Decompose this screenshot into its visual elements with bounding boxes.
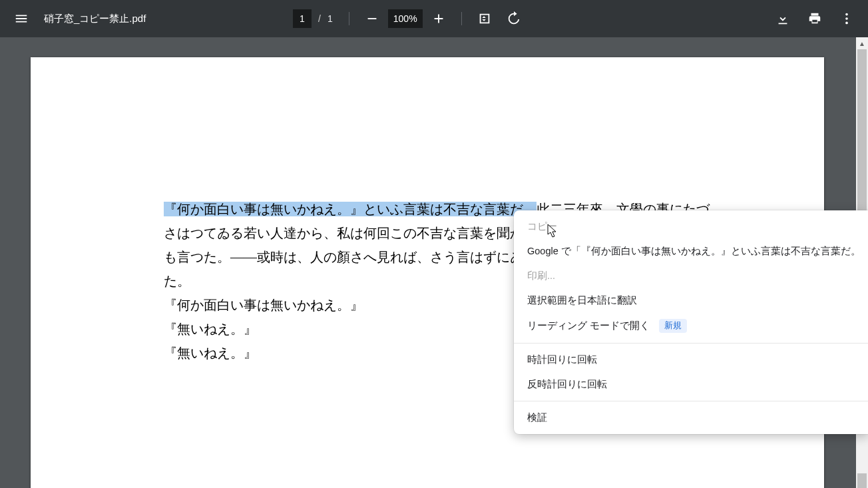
selected-text[interactable]: 『何か面白い事は無いかねえ。』といふ言葉は不吉な言葉だ。 xyxy=(164,202,537,216)
more-button[interactable] xyxy=(833,5,860,32)
download-button[interactable] xyxy=(769,5,796,32)
new-badge: 新規 xyxy=(659,319,687,333)
plus-icon xyxy=(431,11,446,26)
svg-point-2 xyxy=(845,22,848,25)
ctx-reading-mode[interactable]: リーディング モードで開く 新規 xyxy=(514,313,868,339)
ctx-search-google[interactable]: Google で「『何か面白い事は無いかねえ。』といふ言葉は不吉な言葉だ。 xyxy=(514,239,868,264)
page-number-input[interactable] xyxy=(293,9,312,28)
ctx-rotate-cw-label: 時計回りに回転 xyxy=(527,354,597,366)
context-menu: コピー Google で「『何か面白い事は無いかねえ。』といふ言葉は不吉な言葉だ… xyxy=(514,210,868,434)
download-icon xyxy=(775,11,790,26)
menu-button[interactable] xyxy=(8,5,35,32)
ctx-rotate-cw[interactable]: 時計回りに回転 xyxy=(514,348,868,372)
more-vert-icon xyxy=(839,11,854,26)
ctx-search-label: Google で「『何か面白い事は無いかねえ。』といふ言葉は不吉な言葉だ。 xyxy=(527,245,861,258)
hamburger-icon xyxy=(14,11,29,26)
ctx-translate[interactable]: 選択範囲を日本語に翻訳 xyxy=(514,288,868,313)
menu-separator xyxy=(514,401,868,401)
menu-separator xyxy=(514,343,868,344)
scroll-thumb-bottom[interactable] xyxy=(857,473,867,488)
ctx-inspect[interactable]: 検証 xyxy=(514,405,868,430)
ctx-copy-label: コピー xyxy=(527,220,557,233)
toolbar-right xyxy=(769,5,860,32)
ctx-reading-label: リーディング モードで開く xyxy=(527,320,650,332)
toolbar-center: / 1 xyxy=(293,0,527,37)
minus-icon xyxy=(365,11,379,26)
print-button[interactable] xyxy=(801,5,828,32)
zoom-input[interactable] xyxy=(388,9,423,28)
svg-point-1 xyxy=(845,17,848,20)
print-icon xyxy=(807,11,822,26)
divider xyxy=(349,12,349,25)
page-total: 1 xyxy=(327,13,333,24)
zoom-out-button[interactable] xyxy=(359,5,385,32)
scroll-up-button[interactable]: ▲ xyxy=(856,37,868,49)
rotate-button[interactable] xyxy=(501,5,527,32)
fit-page-button[interactable] xyxy=(471,5,498,32)
pdf-toolbar: 硝子窓_コピー禁止.pdf / 1 xyxy=(0,0,868,37)
svg-point-0 xyxy=(845,13,848,16)
ctx-print[interactable]: 印刷... xyxy=(514,264,868,288)
ctx-print-label: 印刷... xyxy=(527,270,555,282)
ctx-rotate-ccw[interactable]: 反時計回りに回転 xyxy=(514,372,868,397)
ctx-inspect-label: 検証 xyxy=(527,411,547,424)
zoom-in-button[interactable] xyxy=(425,5,452,32)
page-separator: / xyxy=(318,13,321,24)
document-title: 硝子窓_コピー禁止.pdf xyxy=(44,13,146,25)
ctx-translate-label: 選択範囲を日本語に翻訳 xyxy=(527,294,637,307)
ctx-rotate-ccw-label: 反時計回りに回転 xyxy=(527,378,607,391)
rotate-icon xyxy=(507,11,521,26)
fit-page-icon xyxy=(477,11,492,26)
divider xyxy=(461,12,462,25)
ctx-copy[interactable]: コピー xyxy=(514,214,868,239)
